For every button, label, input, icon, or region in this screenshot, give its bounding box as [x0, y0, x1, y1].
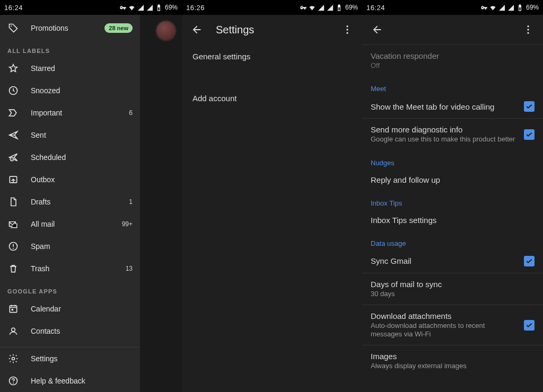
wifi-icon — [128, 4, 136, 12]
overflow-button[interactable] — [518, 19, 539, 40]
send-icon — [7, 130, 19, 140]
back-icon — [371, 24, 383, 35]
setting-days-to-sync[interactable]: Days of mail to sync 30 days — [362, 273, 543, 305]
drawer-item-promotions[interactable]: Promotions 28 new — [0, 17, 140, 39]
drawer-item-settings[interactable]: Settings — [0, 348, 140, 370]
setting-download-attachments[interactable]: Download attachments Auto-download attac… — [362, 305, 543, 345]
drawer-item-sent[interactable]: Sent — [0, 124, 140, 146]
count-badge: 13 — [123, 265, 133, 272]
contacts-icon — [7, 326, 19, 336]
status-icons: 69% — [119, 4, 178, 12]
setting-inbox-tips[interactable]: Inbox Tips settings — [362, 209, 543, 231]
page-title: Settings — [216, 24, 254, 36]
signal-icon — [498, 4, 506, 12]
app-bar: Settings — [182, 15, 362, 44]
more-icon — [341, 24, 353, 35]
nav-drawer: Promotions 28 new ALL LABELS Starred Sno… — [0, 15, 140, 392]
star-icon — [7, 63, 19, 74]
setting-vacation-responder[interactable]: Vacation responder Off — [362, 45, 543, 76]
drawer-label: Promotions — [31, 24, 93, 32]
app-bar — [362, 15, 543, 44]
drawer-item-scheduled[interactable]: Scheduled — [0, 146, 140, 168]
setting-images[interactable]: Images Always display external images — [362, 345, 543, 377]
important-icon — [7, 108, 19, 118]
account-avatar[interactable] — [156, 21, 176, 40]
setting-sync-gmail[interactable]: Sync Gmail — [362, 250, 543, 273]
wifi-icon — [308, 4, 316, 12]
checkbox-checked[interactable] — [524, 256, 535, 266]
setting-show-meet-tab[interactable]: Show the Meet tab for video calling — [362, 95, 543, 118]
new-badge: 28 new — [104, 23, 133, 33]
battery-percent: 69% — [165, 4, 178, 11]
outbox-icon — [7, 174, 19, 185]
drawer-item-trash[interactable]: Trash 13 — [0, 257, 140, 280]
drawer-section-all-labels: ALL LABELS — [0, 39, 140, 57]
category-meet: Meet — [362, 76, 543, 95]
draft-icon — [7, 197, 19, 207]
settings-item-add-account[interactable]: Add account — [182, 86, 362, 110]
schedule-send-icon — [7, 152, 19, 163]
drawer-item-outbox[interactable]: Outbox — [0, 168, 140, 191]
setting-reply-follow-up[interactable]: Reply and follow up — [362, 169, 543, 191]
drawer-item-drafts[interactable]: Drafts 1 — [0, 191, 140, 213]
category-inbox-tips: Inbox Tips — [362, 191, 543, 209]
calendar-icon — [7, 304, 19, 314]
phone-account-settings: 16:24 69% Vacation responder — [362, 0, 543, 392]
category-nudges: Nudges — [362, 150, 543, 169]
signal-icon — [137, 4, 145, 12]
more-icon — [522, 24, 534, 35]
drawer-item-spam[interactable]: Spam — [0, 235, 140, 257]
drawer-item-contacts[interactable]: Contacts — [0, 320, 140, 342]
checkbox-checked[interactable] — [524, 101, 535, 112]
count-badge: 99+ — [122, 220, 133, 228]
drawer-item-starred[interactable]: Starred — [0, 57, 140, 79]
drawer-item-help[interactable]: Help & feedback — [0, 370, 140, 392]
checkbox-checked[interactable] — [524, 320, 535, 331]
check-icon — [525, 321, 533, 329]
vpn-icon — [299, 4, 307, 12]
check-icon — [525, 130, 533, 139]
category-data-usage: Data usage — [362, 231, 543, 250]
status-bar: 16:26 69% — [182, 0, 362, 15]
phone-drawer-screen: 16:24 69% Promotions 28 new — [0, 0, 182, 392]
signal-icon — [317, 4, 325, 12]
help-icon — [7, 376, 19, 386]
drawer-item-snoozed[interactable]: Snoozed — [0, 79, 140, 102]
overflow-button[interactable] — [337, 19, 358, 40]
status-clock: 16:26 — [186, 4, 205, 12]
count-badge: 1 — [123, 198, 133, 206]
trash-icon — [7, 263, 19, 274]
phone-settings-root: 16:26 69% Settings General settings Add … — [182, 0, 362, 392]
status-bar: 16:24 69% — [362, 0, 543, 15]
back-icon — [191, 24, 203, 35]
status-icons: 69% — [299, 4, 358, 12]
status-icons: 69% — [480, 4, 539, 12]
settings-item-general[interactable]: General settings — [182, 44, 362, 68]
battery-icon — [335, 4, 343, 12]
status-bar: 16:24 69% — [0, 0, 182, 15]
gear-icon — [7, 353, 19, 364]
checkbox-checked[interactable] — [524, 129, 535, 140]
tag-icon — [7, 23, 19, 33]
allmail-icon — [7, 219, 19, 229]
back-button[interactable] — [186, 19, 207, 40]
drawer-item-calendar[interactable]: Calendar — [0, 298, 140, 320]
battery-icon — [516, 4, 524, 12]
check-icon — [525, 257, 533, 265]
count-badge: 6 — [123, 109, 133, 117]
status-clock: 16:24 — [366, 4, 385, 12]
battery-percent: 69% — [526, 4, 539, 11]
status-clock: 16:24 — [4, 4, 23, 12]
back-button[interactable] — [366, 19, 388, 40]
wifi-icon — [489, 4, 497, 12]
battery-icon — [155, 4, 163, 12]
drawer-item-important[interactable]: Important 6 — [0, 102, 140, 124]
drawer-section-google-apps: GOOGLE APPS — [0, 280, 140, 298]
signal-icon — [326, 4, 334, 12]
clock-icon — [7, 85, 19, 96]
drawer-item-allmail[interactable]: All mail 99+ — [0, 213, 140, 235]
check-icon — [525, 102, 533, 111]
setting-send-diagnostic-info[interactable]: Send more diagnostic info Google can use… — [362, 119, 543, 150]
vpn-icon — [119, 4, 127, 12]
vpn-icon — [480, 4, 488, 12]
